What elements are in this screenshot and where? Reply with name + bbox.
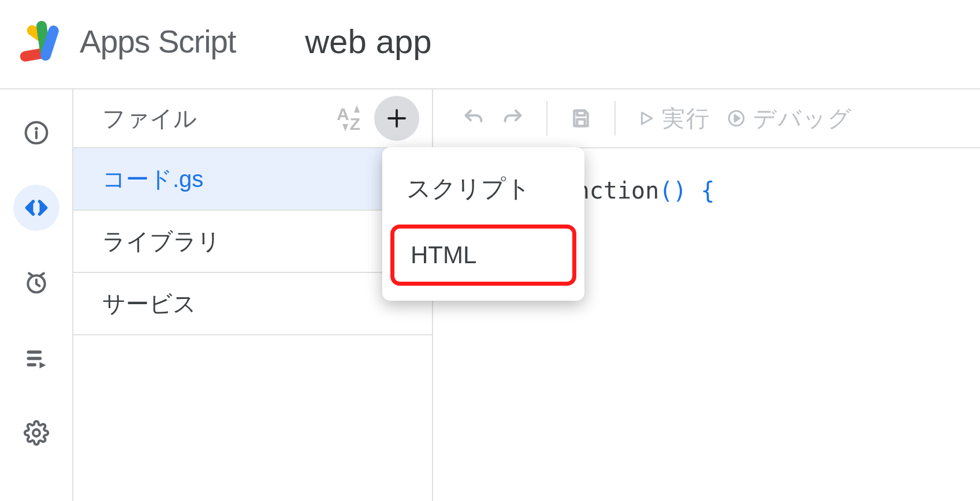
- redo-icon[interactable]: [501, 107, 524, 130]
- files-panel: ファイル A Z コード.gs ライブラリ サ: [72, 89, 433, 501]
- svg-point-16: [33, 429, 40, 436]
- project-title[interactable]: web app: [305, 22, 431, 61]
- files-header: ファイル A Z: [73, 89, 432, 148]
- svg-marker-27: [735, 115, 740, 121]
- files-header-title: ファイル: [102, 103, 334, 134]
- svg-rect-23: [577, 111, 584, 115]
- sort-az-icon[interactable]: A Z: [334, 101, 368, 136]
- app-header: Apps Script web app: [0, 0, 980, 89]
- file-ext: .gs: [173, 166, 203, 192]
- save-icon[interactable]: [569, 107, 593, 130]
- toolbar-divider: [546, 101, 547, 136]
- debug-button[interactable]: デバッグ: [726, 103, 852, 134]
- add-file-menu: スクリプト HTML: [382, 147, 584, 301]
- section-services[interactable]: サービス: [73, 273, 432, 335]
- run-button[interactable]: 実行: [638, 103, 710, 134]
- debug-label: デバッグ: [753, 103, 852, 134]
- section-libraries[interactable]: ライブラリ: [73, 211, 432, 273]
- svg-rect-14: [27, 363, 36, 367]
- svg-marker-25: [642, 113, 653, 124]
- svg-text:Z: Z: [350, 114, 360, 133]
- svg-rect-24: [577, 119, 584, 126]
- toolbar-divider: [614, 101, 616, 136]
- file-item[interactable]: コード.gs: [73, 148, 432, 211]
- svg-line-11: [40, 274, 43, 276]
- app-title: Apps Script: [80, 23, 236, 60]
- svg-marker-15: [39, 362, 46, 368]
- code-token-parens: (): [659, 177, 687, 204]
- editor-toolbar: 実行 デバッグ: [433, 89, 980, 148]
- nav-rail: [0, 89, 72, 501]
- code-token-brace: {: [701, 177, 715, 204]
- svg-rect-13: [27, 357, 42, 360]
- svg-rect-12: [27, 350, 42, 354]
- svg-marker-20: [354, 106, 360, 113]
- apps-script-logo-icon: [17, 16, 69, 68]
- svg-text:A: A: [337, 104, 349, 124]
- add-file-button[interactable]: [374, 96, 419, 141]
- file-name: コード: [102, 163, 173, 195]
- nav-editor[interactable]: [13, 185, 59, 231]
- svg-line-9: [36, 284, 40, 286]
- section-label: ライブラリ: [102, 226, 221, 257]
- nav-overview[interactable]: [13, 110, 59, 156]
- section-label: サービス: [102, 288, 196, 320]
- nav-settings[interactable]: [13, 410, 59, 456]
- svg-line-10: [29, 274, 32, 276]
- undo-icon[interactable]: [462, 107, 485, 130]
- menu-item-html[interactable]: HTML: [390, 225, 576, 286]
- svg-marker-19: [342, 124, 348, 132]
- nav-triggers[interactable]: [13, 260, 59, 306]
- run-label: 実行: [662, 103, 710, 134]
- menu-item-script[interactable]: スクリプト: [382, 158, 584, 220]
- nav-executions[interactable]: [13, 335, 59, 381]
